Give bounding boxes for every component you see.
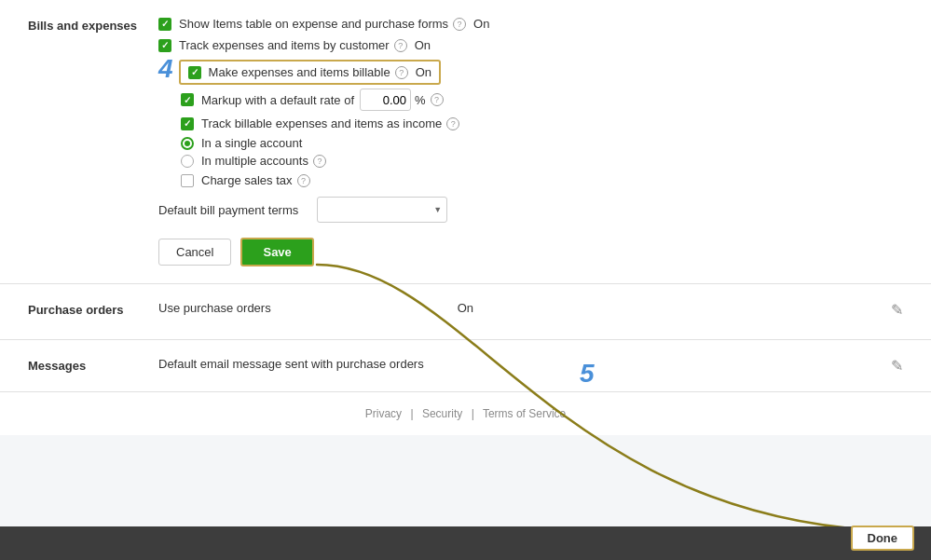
make-billable-help-icon[interactable]: ? — [395, 66, 408, 79]
charge-sales-tax-row: Charge sales tax ? — [181, 173, 903, 187]
track-expenses-checkbox[interactable] — [158, 39, 171, 52]
purchase-orders-text: Use purchase orders — [158, 301, 271, 315]
track-billable-row: Track billable expenses and items as inc… — [181, 116, 903, 130]
track-billable-checkbox[interactable] — [181, 117, 194, 130]
account-type-group: In a single account In multiple accounts… — [181, 136, 903, 168]
terms-link[interactable]: Terms of Service — [483, 407, 566, 420]
charge-sales-tax-checkbox[interactable] — [181, 174, 194, 187]
track-expenses-help-icon[interactable]: ? — [394, 39, 407, 52]
footer-sep-2: | — [472, 407, 474, 420]
done-button[interactable]: Done — [851, 526, 915, 551]
markup-checkbox[interactable] — [181, 93, 194, 106]
payment-terms-row: Default bill payment terms — [158, 197, 903, 223]
track-expenses-text: Track expenses and items by customer — [179, 38, 390, 52]
bottom-bar: Done — [0, 526, 931, 560]
charge-sales-tax-text: Charge sales tax — [201, 173, 293, 187]
action-buttons: Cancel Save — [158, 238, 903, 266]
make-billable-status: On — [416, 65, 431, 79]
make-billable-box: Make expenses and items billable ? On — [179, 60, 441, 85]
multiple-accounts-help-icon[interactable]: ? — [313, 155, 326, 168]
messages-content: Default email message sent with purchase… — [158, 357, 882, 371]
single-account-row: In a single account — [181, 136, 903, 150]
purchase-orders-edit-icon[interactable]: ✎ — [882, 301, 903, 319]
show-items-table-text: Show Items table on expense and purchase… — [179, 17, 448, 31]
purchase-orders-content: Use purchase orders On — [158, 301, 882, 322]
step-4-number: 4 — [158, 56, 173, 82]
privacy-link[interactable]: Privacy — [365, 407, 402, 420]
step-5-number: 5 — [580, 359, 595, 389]
track-expenses-row: Track expenses and items by customer ? O… — [158, 38, 903, 52]
multiple-accounts-row: In multiple accounts ? — [181, 154, 903, 168]
track-billable-text: Track billable expenses and items as inc… — [201, 116, 442, 130]
show-items-table-row: Show Items table on expense and purchase… — [158, 17, 903, 31]
purchase-orders-status: On — [458, 301, 473, 315]
charge-sales-tax-help-icon[interactable]: ? — [297, 174, 310, 187]
footer-sep-1: | — [410, 407, 413, 420]
track-expenses-status: On — [415, 38, 431, 52]
messages-section: Messages Default email message sent with… — [0, 340, 931, 392]
multiple-accounts-label: In multiple accounts — [201, 154, 308, 168]
messages-edit-icon[interactable]: ✎ — [882, 357, 903, 375]
markup-help-icon[interactable]: ? — [431, 93, 444, 106]
messages-text: Default email message sent with purchase… — [158, 357, 424, 371]
markup-row: Markup with a default rate of % ? — [181, 89, 903, 111]
footer-links: Privacy | Security | Terms of Service — [0, 392, 931, 435]
track-billable-help-icon[interactable]: ? — [446, 117, 459, 130]
show-items-table-status: On — [473, 17, 489, 31]
bills-expenses-content: Show Items table on expense and purchase… — [158, 17, 903, 266]
multiple-accounts-radio[interactable] — [181, 155, 194, 168]
payment-terms-label: Default bill payment terms — [158, 203, 298, 217]
markup-text: Markup with a default rate of — [201, 93, 354, 107]
markup-unit: % — [415, 93, 426, 107]
purchase-orders-label: Purchase orders — [28, 301, 158, 317]
payment-terms-select-wrapper — [317, 197, 447, 223]
purchase-orders-section: Purchase orders Use purchase orders On ✎ — [0, 284, 931, 340]
make-billable-text: Make expenses and items billable — [209, 65, 390, 79]
cancel-button[interactable]: Cancel — [158, 239, 231, 266]
security-link[interactable]: Security — [422, 407, 462, 420]
make-billable-checkbox[interactable] — [188, 66, 201, 79]
show-items-table-checkbox[interactable] — [158, 18, 171, 31]
markup-value-input[interactable] — [360, 89, 411, 111]
bills-expenses-label: Bills and expenses — [28, 17, 158, 33]
single-account-radio[interactable] — [181, 137, 194, 150]
single-account-label: In a single account — [201, 136, 302, 150]
show-items-table-help-icon[interactable]: ? — [453, 18, 466, 31]
messages-label: Messages — [28, 357, 158, 373]
payment-terms-select[interactable] — [317, 197, 447, 223]
save-button[interactable]: Save — [240, 238, 313, 266]
